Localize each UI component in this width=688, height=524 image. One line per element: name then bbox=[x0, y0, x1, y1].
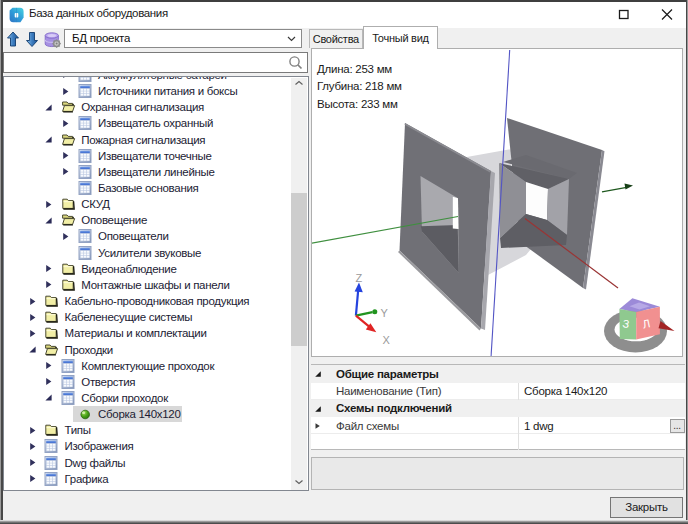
svg-text:Z: Z bbox=[356, 272, 363, 284]
svg-text:X: X bbox=[383, 334, 391, 346]
svg-text:Y: Y bbox=[381, 307, 389, 319]
